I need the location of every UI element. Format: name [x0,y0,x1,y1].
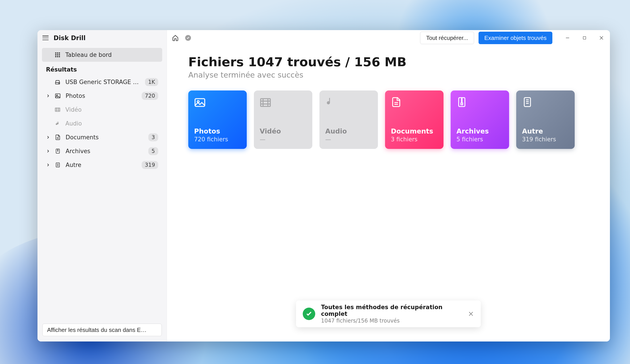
close-button[interactable] [598,34,605,41]
toolbar: Tout récupérer... Examiner objets trouvé… [167,30,610,46]
card-video[interactable]: Vidéo — [254,90,312,149]
card-sub: 5 fichiers [456,136,503,143]
card-audio[interactable]: Audio — [320,90,378,149]
category-cards: Photos 720 fichiers Vidéo — Audio — [188,90,588,149]
svg-rect-30 [583,36,586,39]
success-check-icon [303,308,315,320]
file-icon [54,162,61,168]
card-sub: — [325,136,372,143]
main-content: Tout récupérer... Examiner objets trouvé… [167,30,610,342]
sidebar-item-photos[interactable]: Photos 720 [42,89,162,103]
card-sub: 720 fichiers [194,136,241,143]
svg-rect-3 [55,54,56,55]
toast-title: Toutes les méthodes de récupération comp… [321,304,462,317]
sidebar-item-label: Documents [66,134,144,141]
svg-rect-8 [59,56,60,57]
svg-rect-33 [195,99,204,106]
sidebar-item-label: Autre [66,162,137,168]
svg-point-10 [59,83,59,84]
svg-rect-5 [59,54,60,55]
sidebar-footer: Afficher les résultats du scan dans E… [38,320,167,342]
video-icon [54,106,61,113]
svg-rect-6 [55,56,56,57]
card-photos[interactable]: Photos 720 fichiers [188,90,247,149]
show-results-button[interactable]: Afficher les résultats du scan dans E… [42,324,162,336]
card-sub: 3 fichiers [391,136,438,143]
count-badge: 720 [142,92,158,100]
sidebar-item-video[interactable]: Vidéo [42,103,162,117]
review-found-button[interactable]: Examiner objets trouvés [478,32,552,44]
photo-icon [194,97,206,108]
card-sub: 319 fichiers [522,136,569,143]
svg-rect-2 [59,52,60,53]
sidebar-item-label: Tableau de bord [65,51,158,58]
svg-rect-13 [55,108,60,111]
svg-rect-47 [461,103,463,105]
card-documents[interactable]: Documents 3 fichiers [385,90,444,149]
card-title: Documents [391,127,438,135]
archive-icon [456,97,468,108]
toast-close-icon[interactable] [468,311,474,317]
sidebar-header: Disk Drill [38,30,167,46]
svg-rect-0 [55,52,56,53]
app-name: Disk Drill [54,34,86,42]
file-icon [522,97,534,108]
sidebar-item-label: Photos [66,92,137,99]
app-window: Disk Drill Tableau de bord Résultats USB… [38,30,610,342]
sidebar-item-dashboard[interactable]: Tableau de bord [42,48,162,62]
sidebar-item-label: Audio [65,120,158,127]
toast-subtitle: 1047 fichiers/156 MB trouvés [321,318,462,324]
sidebar-item-label: Vidéo [65,106,158,113]
count-badge: 5 [148,147,158,155]
count-badge: 3 [148,133,158,141]
grid-icon [54,51,61,58]
chevron-right-icon [46,163,50,167]
minimize-button[interactable] [564,34,571,41]
sidebar-item-drive[interactable]: USB Generic STORAGE D… 1K [42,75,162,89]
card-title: Photos [194,127,241,135]
sidebar-body: Tableau de bord Résultats USB Generic ST… [38,46,167,320]
page-title: Fichiers 1047 trouvés / 156 MB [188,55,588,69]
sidebar-section-results: Résultats [42,62,162,75]
toast-notification: Toutes les méthodes de récupération comp… [296,301,481,327]
chevron-right-icon [46,135,50,139]
drive-icon [54,79,61,85]
document-icon [391,97,402,108]
count-badge: 1K [145,78,158,86]
maximize-button[interactable] [581,34,588,41]
sidebar-item-other[interactable]: Autre 319 [42,158,162,172]
svg-rect-35 [260,99,270,106]
recover-all-button[interactable]: Tout récupérer... [420,32,474,44]
sidebar-item-label: USB Generic STORAGE D… [65,79,140,85]
card-archives[interactable]: Archives 5 fichiers [451,90,509,149]
svg-rect-1 [57,52,58,53]
menu-icon[interactable] [42,36,49,40]
sidebar-item-documents[interactable]: Documents 3 [42,130,162,144]
card-title: Vidéo [260,127,306,135]
audio-icon [54,120,61,127]
sidebar-item-archives[interactable]: Archives 5 [42,144,162,158]
sidebar-item-audio[interactable]: Audio [42,117,162,130]
status-check-icon[interactable] [185,35,191,41]
count-badge: 319 [142,161,158,169]
card-sub: — [260,136,306,143]
window-controls [564,34,605,41]
card-title: Archives [456,127,503,135]
svg-rect-4 [57,54,58,55]
video-icon [260,97,271,108]
content-area: Fichiers 1047 trouvés / 156 MB Analyse t… [167,46,610,158]
chevron-right-icon [46,94,50,98]
photo-icon [54,92,61,99]
card-other[interactable]: Autre 319 fichiers [516,90,575,149]
chevron-right-icon [46,149,50,153]
svg-rect-7 [57,56,58,57]
card-title: Audio [325,127,372,135]
sidebar: Disk Drill Tableau de bord Résultats USB… [38,30,167,342]
archive-icon [54,148,61,154]
card-title: Autre [522,127,569,135]
sidebar-item-label: Archives [66,148,144,154]
page-subtitle: Analyse terminée avec succès [188,70,588,79]
audio-icon [325,97,337,108]
home-icon[interactable] [172,34,179,41]
svg-point-12 [56,95,58,96]
